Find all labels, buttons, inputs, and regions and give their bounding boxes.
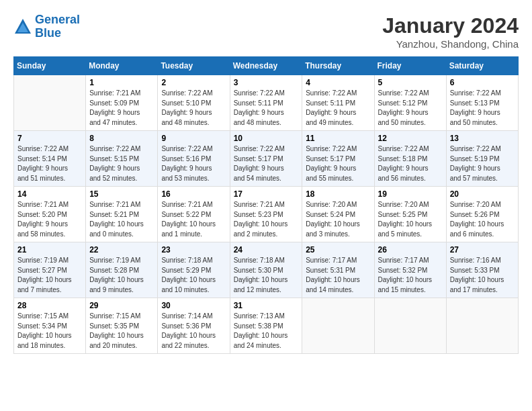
calendar-cell: 28Sunrise: 7:15 AM Sunset: 5:34 PM Dayli… [14,298,86,354]
calendar-cell: 2Sunrise: 7:22 AM Sunset: 5:10 PM Daylig… [158,75,230,131]
calendar-cell: 11Sunrise: 7:22 AM Sunset: 5:17 PM Dayli… [302,131,374,187]
calendar-cell: 16Sunrise: 7:21 AM Sunset: 5:22 PM Dayli… [158,187,230,242]
logo: General Blue [13,13,80,40]
day-info: Sunrise: 7:22 AM Sunset: 5:17 PM Dayligh… [234,144,299,183]
calendar-cell: 24Sunrise: 7:18 AM Sunset: 5:30 PM Dayli… [230,242,302,298]
weekday-header-tuesday: Tuesday [158,57,230,75]
calendar-cell: 18Sunrise: 7:20 AM Sunset: 5:24 PM Dayli… [302,187,374,242]
calendar-cell: 20Sunrise: 7:20 AM Sunset: 5:26 PM Dayli… [446,187,518,242]
day-number: 29 [89,301,154,310]
day-number: 4 [306,78,370,87]
calendar-cell: 5Sunrise: 7:22 AM Sunset: 5:12 PM Daylig… [374,75,446,131]
calendar-cell: 30Sunrise: 7:14 AM Sunset: 5:36 PM Dayli… [158,298,230,354]
week-row-3: 14Sunrise: 7:21 AM Sunset: 5:20 PM Dayli… [14,187,519,242]
day-info: Sunrise: 7:19 AM Sunset: 5:28 PM Dayligh… [89,256,154,295]
logo-text: General Blue [35,13,80,40]
day-info: Sunrise: 7:22 AM Sunset: 5:17 PM Dayligh… [306,144,370,183]
calendar-cell: 21Sunrise: 7:19 AM Sunset: 5:27 PM Dayli… [14,242,86,298]
title-area: January 2024 Yanzhou, Shandong, China [382,13,519,50]
day-number: 1 [89,78,154,87]
day-info: Sunrise: 7:18 AM Sunset: 5:30 PM Dayligh… [234,256,299,295]
calendar-cell: 29Sunrise: 7:15 AM Sunset: 5:35 PM Dayli… [86,298,158,354]
day-number: 22 [89,245,154,255]
day-number: 8 [89,134,154,143]
day-info: Sunrise: 7:21 AM Sunset: 5:23 PM Dayligh… [234,200,299,239]
day-info: Sunrise: 7:15 AM Sunset: 5:35 PM Dayligh… [89,312,154,351]
day-number: 30 [161,301,226,310]
day-info: Sunrise: 7:22 AM Sunset: 5:19 PM Dayligh… [450,144,515,183]
logo-line2: Blue [35,26,61,40]
day-number: 2 [161,78,226,87]
day-info: Sunrise: 7:19 AM Sunset: 5:27 PM Dayligh… [17,256,82,295]
day-number: 7 [17,134,82,143]
day-number: 31 [234,301,299,310]
week-row-4: 21Sunrise: 7:19 AM Sunset: 5:27 PM Dayli… [14,242,519,298]
weekday-header-friday: Friday [374,57,446,75]
calendar-cell: 26Sunrise: 7:17 AM Sunset: 5:32 PM Dayli… [374,242,446,298]
day-info: Sunrise: 7:15 AM Sunset: 5:34 PM Dayligh… [17,312,82,351]
day-number: 10 [234,134,299,143]
day-number: 18 [306,189,370,199]
calendar-cell [302,298,374,354]
day-number: 16 [161,189,226,199]
day-info: Sunrise: 7:20 AM Sunset: 5:25 PM Dayligh… [378,200,443,239]
day-info: Sunrise: 7:21 AM Sunset: 5:22 PM Dayligh… [161,200,226,239]
day-number: 11 [306,134,370,143]
calendar-cell: 14Sunrise: 7:21 AM Sunset: 5:20 PM Dayli… [14,187,86,242]
calendar-cell: 31Sunrise: 7:13 AM Sunset: 5:38 PM Dayli… [230,298,302,354]
weekday-header-thursday: Thursday [302,57,374,75]
day-info: Sunrise: 7:22 AM Sunset: 5:18 PM Dayligh… [378,144,443,183]
day-number: 5 [378,78,443,87]
day-number: 9 [161,134,226,143]
weekday-header-saturday: Saturday [446,57,518,75]
calendar-cell: 12Sunrise: 7:22 AM Sunset: 5:18 PM Dayli… [374,131,446,187]
day-info: Sunrise: 7:22 AM Sunset: 5:10 PM Dayligh… [161,89,226,128]
logo-icon [13,17,32,36]
calendar-cell [374,298,446,354]
day-info: Sunrise: 7:22 AM Sunset: 5:16 PM Dayligh… [161,144,226,183]
day-number: 24 [234,245,299,255]
calendar-cell [14,75,86,131]
calendar-cell: 19Sunrise: 7:20 AM Sunset: 5:25 PM Dayli… [374,187,446,242]
day-info: Sunrise: 7:18 AM Sunset: 5:29 PM Dayligh… [161,256,226,295]
day-number: 19 [378,189,443,199]
day-number: 25 [306,245,370,255]
calendar-cell: 7Sunrise: 7:22 AM Sunset: 5:14 PM Daylig… [14,131,86,187]
day-info: Sunrise: 7:22 AM Sunset: 5:15 PM Dayligh… [89,144,154,183]
day-info: Sunrise: 7:17 AM Sunset: 5:32 PM Dayligh… [378,256,443,295]
day-number: 14 [17,189,82,199]
day-number: 26 [378,245,443,255]
week-row-2: 7Sunrise: 7:22 AM Sunset: 5:14 PM Daylig… [14,131,519,187]
day-info: Sunrise: 7:21 AM Sunset: 5:20 PM Dayligh… [17,200,82,239]
day-info: Sunrise: 7:16 AM Sunset: 5:33 PM Dayligh… [450,256,515,295]
calendar-cell: 3Sunrise: 7:22 AM Sunset: 5:11 PM Daylig… [230,75,302,131]
day-info: Sunrise: 7:21 AM Sunset: 5:21 PM Dayligh… [89,200,154,239]
weekday-header-monday: Monday [86,57,158,75]
week-row-5: 28Sunrise: 7:15 AM Sunset: 5:34 PM Dayli… [14,298,519,354]
day-info: Sunrise: 7:20 AM Sunset: 5:26 PM Dayligh… [450,200,515,239]
calendar-cell: 1Sunrise: 7:21 AM Sunset: 5:09 PM Daylig… [86,75,158,131]
calendar-cell: 17Sunrise: 7:21 AM Sunset: 5:23 PM Dayli… [230,187,302,242]
day-number: 27 [450,245,515,255]
day-info: Sunrise: 7:22 AM Sunset: 5:11 PM Dayligh… [234,89,299,128]
day-number: 3 [234,78,299,87]
calendar-cell: 23Sunrise: 7:18 AM Sunset: 5:29 PM Dayli… [158,242,230,298]
day-number: 21 [17,245,82,255]
weekday-header-wednesday: Wednesday [230,57,302,75]
day-number: 12 [378,134,443,143]
day-info: Sunrise: 7:13 AM Sunset: 5:38 PM Dayligh… [234,312,299,351]
day-info: Sunrise: 7:22 AM Sunset: 5:11 PM Dayligh… [306,89,370,128]
calendar-table: SundayMondayTuesdayWednesdayThursdayFrid… [13,56,519,354]
day-info: Sunrise: 7:22 AM Sunset: 5:12 PM Dayligh… [378,89,443,128]
day-info: Sunrise: 7:14 AM Sunset: 5:36 PM Dayligh… [161,312,226,351]
calendar-cell: 22Sunrise: 7:19 AM Sunset: 5:28 PM Dayli… [86,242,158,298]
calendar-cell [446,298,518,354]
calendar-cell: 27Sunrise: 7:16 AM Sunset: 5:33 PM Dayli… [446,242,518,298]
calendar-cell: 13Sunrise: 7:22 AM Sunset: 5:19 PM Dayli… [446,131,518,187]
day-info: Sunrise: 7:21 AM Sunset: 5:09 PM Dayligh… [89,89,154,128]
day-number: 15 [89,189,154,199]
day-number: 13 [450,134,515,143]
day-number: 6 [450,78,515,87]
calendar-cell: 25Sunrise: 7:17 AM Sunset: 5:31 PM Dayli… [302,242,374,298]
weekday-header-row: SundayMondayTuesdayWednesdayThursdayFrid… [14,57,519,75]
